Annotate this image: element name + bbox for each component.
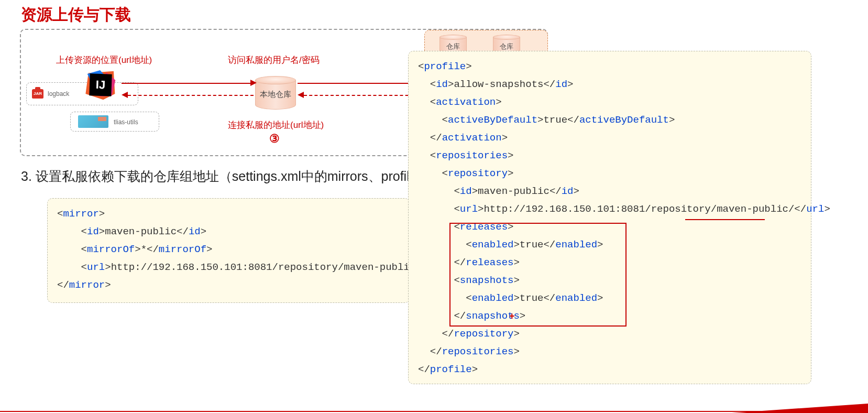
- arrow-left-icon: [122, 92, 128, 98]
- arrow-line: [122, 83, 251, 84]
- upload-label: 上传资源的位置(url地址): [56, 54, 152, 66]
- intellij-icon: IJ: [84, 69, 117, 101]
- arrow-right-icon: [250, 80, 257, 86]
- connect-label: 连接私服的地址(url地址): [228, 119, 324, 131]
- jar-icon: JAR: [32, 89, 43, 99]
- plus-marker: +: [509, 311, 515, 322]
- step-number-icon: ③: [269, 132, 280, 146]
- bottom-red-triangle: [732, 404, 868, 413]
- folder-icon: [78, 115, 108, 128]
- underline: [685, 219, 765, 220]
- profile-code-block: <profile> <id>allow-snapshots</id> <acti…: [408, 51, 811, 384]
- jar-label: logback: [48, 90, 69, 97]
- arrow-left-icon: [298, 92, 304, 98]
- page-title: 资源上传与下载: [21, 4, 131, 26]
- auth-label: 访问私服的用户名/密码: [228, 54, 320, 66]
- local-repo-label: 本地仓库: [255, 90, 296, 100]
- arrow-dashed-line: [304, 95, 419, 96]
- mirror-code-block: <mirror> <id>maven-public</id> <mirrorOf…: [47, 198, 410, 303]
- arrow-line: [298, 83, 418, 84]
- step-heading: 3. 设置私服依赖下载的仓库组地址（settings.xml中的mirrors、…: [21, 168, 476, 185]
- util-group: tlias-utils: [70, 112, 159, 132]
- util-label: tlias-utils: [114, 118, 138, 126]
- local-repo-db-icon: 本地仓库: [255, 76, 296, 110]
- arrow-dashed-line: [128, 95, 254, 96]
